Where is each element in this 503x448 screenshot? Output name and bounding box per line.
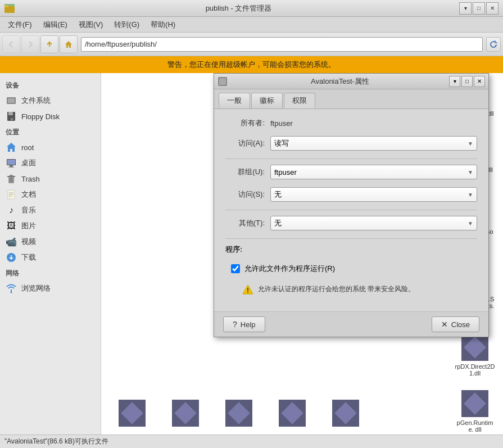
execute-checkbox[interactable] bbox=[231, 264, 240, 273]
title-controls: ▾ □ ✕ bbox=[459, 2, 499, 15]
minimize-button[interactable]: ▾ bbox=[459, 2, 472, 15]
help-button[interactable]: ? Help bbox=[223, 316, 265, 332]
menu-edit[interactable]: 编辑(E) bbox=[38, 17, 73, 32]
close-label: Close bbox=[451, 320, 470, 329]
sidebar-item-music[interactable]: ♪ 音乐 bbox=[0, 202, 101, 218]
home-button[interactable] bbox=[60, 35, 78, 53]
svg-rect-2 bbox=[4, 5, 8, 7]
app-icon bbox=[4, 4, 15, 13]
back-button[interactable] bbox=[2, 35, 20, 53]
sidebar-item-trash[interactable]: Trash bbox=[0, 171, 101, 187]
refresh-button[interactable] bbox=[486, 37, 501, 52]
owner-access-label: 访问(A): bbox=[225, 138, 265, 148]
execute-label: 允许此文件作为程序运行(R) bbox=[244, 264, 335, 274]
sidebar-item-pictures[interactable]: 🖼 图片 bbox=[0, 218, 101, 234]
group-access-value: 无 bbox=[274, 189, 282, 200]
owner-access-select[interactable]: 读写 ▼ bbox=[270, 136, 477, 151]
warning-bar: 警告，您正在使用超级帐户，可能会损害您的系统。 bbox=[0, 56, 503, 73]
menu-help[interactable]: 帮助(H) bbox=[145, 17, 181, 32]
svg-rect-7 bbox=[11, 118, 13, 120]
sidebar: 设备 文件系统 Floppy Disk 位置 bbox=[0, 73, 101, 435]
divider-1 bbox=[225, 159, 477, 159]
dialog-footer: ? Help ✕ Close bbox=[214, 311, 488, 337]
svg-point-24 bbox=[11, 292, 12, 293]
dialog-minimize-button[interactable]: ▾ bbox=[449, 76, 460, 87]
warning-text: 警告，您正在使用超级帐户，可能会损害您的系统。 bbox=[167, 60, 336, 70]
execute-warning-text: 允许未认证的程序运行会给您的系统 带来安全风险。 bbox=[258, 284, 415, 294]
sidebar-floppy-label: Floppy Disk bbox=[21, 112, 60, 121]
other-value: 无 bbox=[274, 218, 282, 228]
sidebar-browse-label: 浏览网络 bbox=[21, 283, 51, 293]
sidebar-item-desktop[interactable]: 桌面 bbox=[0, 155, 101, 171]
sidebar-music-label: 音乐 bbox=[21, 205, 36, 215]
dialog-close-button[interactable]: ✕ bbox=[474, 76, 485, 87]
chevron-down-icon: ▼ bbox=[468, 141, 473, 147]
address-bar[interactable]: /home/ftpuser/publish/ bbox=[81, 37, 483, 52]
group-select[interactable]: ftpuser ▼ bbox=[270, 165, 477, 179]
tab-emblem[interactable]: 徽标 bbox=[251, 93, 283, 108]
properties-dialog: AvaloniaTest-属性 ▾ □ ✕ 一般 徽标 权限 bbox=[214, 73, 489, 337]
maximize-button[interactable]: □ bbox=[473, 2, 485, 15]
divider-2 bbox=[225, 210, 477, 210]
execute-warning: ! 允许未认证的程序运行会给您的系统 带来安全风险。 bbox=[225, 284, 415, 295]
menu-file[interactable]: 文件(F) bbox=[2, 17, 38, 32]
sidebar-item-floppy[interactable]: Floppy Disk bbox=[0, 108, 101, 124]
owner-access-value: 读写 bbox=[274, 138, 289, 148]
sidebar-item-filesystem[interactable]: 文件系统 bbox=[0, 93, 101, 108]
sidebar-item-root[interactable]: root bbox=[0, 139, 101, 155]
other-select[interactable]: 无 ▼ bbox=[270, 216, 477, 230]
group-row: 群组(U): ftpuser ▼ bbox=[225, 165, 477, 179]
tab-permissions[interactable]: 权限 bbox=[284, 93, 315, 108]
dialog-tabs: 一般 徽标 权限 bbox=[214, 89, 488, 109]
status-text: "AvaloniaTest"(86.6 kB)可执行文件 bbox=[4, 437, 108, 446]
svg-rect-30 bbox=[219, 78, 226, 85]
address-text: /home/ftpuser/publish/ bbox=[85, 40, 157, 48]
sidebar-item-video[interactable]: 📹 视频 bbox=[0, 234, 101, 250]
other-label: 其他(T): bbox=[225, 218, 265, 228]
sidebar-item-downloads[interactable]: 下载 bbox=[0, 250, 101, 265]
help-label: Help bbox=[241, 320, 256, 329]
dialog-title-controls: ▾ □ ✕ bbox=[449, 76, 485, 87]
owner-access-row: 访问(A): 读写 ▼ bbox=[225, 136, 477, 151]
title-bar: publish - 文件管理器 ▾ □ ✕ bbox=[0, 0, 503, 17]
floppy-icon bbox=[6, 111, 17, 122]
tab-general[interactable]: 一般 bbox=[219, 93, 250, 108]
svg-rect-14 bbox=[10, 175, 13, 176]
downloads-icon bbox=[6, 252, 17, 263]
close-icon: ✕ bbox=[441, 320, 448, 329]
owner-value: ftpuser bbox=[270, 119, 293, 128]
svg-rect-11 bbox=[8, 167, 14, 168]
sidebar-item-browse-network[interactable]: 浏览网络 bbox=[0, 280, 101, 296]
close-button[interactable]: ✕ Close bbox=[432, 316, 479, 332]
docs-icon bbox=[6, 189, 17, 200]
group-access-row: 访问(S): 无 ▼ bbox=[225, 187, 477, 202]
close-button[interactable]: ✕ bbox=[486, 2, 499, 15]
sidebar-video-label: 视频 bbox=[21, 237, 36, 247]
warning-triangle-icon: ! bbox=[242, 284, 253, 295]
file-area: nia.Visuals.dll aloniaTest.dll SkiaSharp… bbox=[101, 73, 503, 435]
group-label: 群组(U): bbox=[225, 167, 265, 177]
menu-view[interactable]: 视图(V) bbox=[73, 17, 108, 32]
sidebar-item-docs[interactable]: 文档 bbox=[0, 187, 101, 202]
menu-goto[interactable]: 转到(G) bbox=[108, 17, 145, 32]
sidebar-desktop-label: 桌面 bbox=[21, 158, 36, 168]
svg-rect-6 bbox=[8, 112, 13, 115]
chevron-down-icon: ▼ bbox=[468, 220, 473, 227]
svg-rect-4 bbox=[8, 98, 15, 103]
program-row: 程序: 允许此文件作为程序运行(R) ! 允许未认证的程序运行会给您的系统 bbox=[225, 245, 477, 295]
other-row: 其他(T): 无 ▼ bbox=[225, 216, 477, 230]
menu-bar: 文件(F) 编辑(E) 视图(V) 转到(G) 帮助(H) bbox=[0, 17, 503, 33]
execute-checkbox-row: 允许此文件作为程序运行(R) bbox=[225, 264, 335, 274]
filesystem-icon bbox=[6, 95, 17, 106]
sidebar-downloads-label: 下载 bbox=[21, 252, 36, 263]
program-section-label: 程序: bbox=[225, 245, 242, 255]
dialog-maximize-button[interactable]: □ bbox=[461, 76, 473, 87]
sidebar-filesystem-label: 文件系统 bbox=[21, 96, 51, 106]
chevron-down-icon: ▼ bbox=[468, 192, 473, 198]
video-icon: 📹 bbox=[6, 236, 17, 247]
forward-button[interactable] bbox=[21, 35, 39, 53]
up-button[interactable] bbox=[40, 35, 58, 53]
network-section: 网络 bbox=[0, 265, 101, 280]
group-access-select[interactable]: 无 ▼ bbox=[270, 187, 477, 202]
svg-rect-9 bbox=[7, 160, 15, 165]
